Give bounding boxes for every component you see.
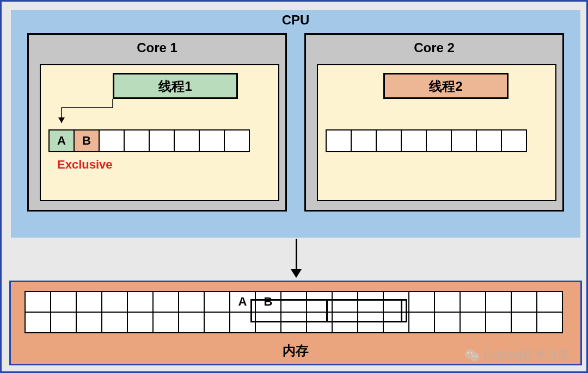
memory-cell xyxy=(178,291,205,313)
memory-row-2 xyxy=(24,313,563,333)
core-2-inner: 线程2 xyxy=(317,64,556,201)
svg-point-4 xyxy=(473,356,474,357)
memory-cell xyxy=(511,291,537,313)
svg-point-2 xyxy=(468,352,469,354)
memory-cell xyxy=(383,291,409,313)
memory-cell xyxy=(229,312,256,333)
memory-cell xyxy=(460,312,486,333)
core-1-cache-row: A B xyxy=(48,129,250,152)
cache-cell xyxy=(99,129,125,152)
cache-cell-a: A xyxy=(48,129,75,152)
memory-cell xyxy=(152,312,179,333)
core-2-title: Core 2 xyxy=(306,40,562,55)
memory-cell xyxy=(306,291,333,313)
cache-cell xyxy=(401,129,427,152)
memory-cell xyxy=(511,312,537,333)
cores-container: Core 1 线程1 A B xyxy=(11,28,580,222)
cache-cell xyxy=(174,129,200,152)
cache-cell xyxy=(351,129,377,152)
memory-cell xyxy=(50,312,77,333)
core-2: Core 2 线程2 xyxy=(304,33,564,212)
memory-cell xyxy=(332,312,358,333)
memory-cell xyxy=(101,291,128,313)
memory-cell xyxy=(485,312,512,333)
diagram-root: CPU Core 1 线程1 A B xyxy=(0,0,588,373)
memory-cell xyxy=(434,291,461,313)
cache-cell xyxy=(501,129,527,152)
core-1-inner: 线程1 A B Exclusiv xyxy=(40,64,279,201)
cpu-to-memory-arrow-icon xyxy=(291,239,302,279)
memory-cell xyxy=(408,291,435,313)
memory-cell xyxy=(24,312,51,333)
memory-cell xyxy=(204,312,230,333)
svg-point-5 xyxy=(476,356,477,357)
thread-to-cache-arrow-icon xyxy=(56,86,117,130)
memory-grid: AB xyxy=(24,291,563,333)
memory-cell: B xyxy=(255,291,281,313)
svg-point-3 xyxy=(471,352,473,354)
memory-cell xyxy=(536,312,563,333)
memory-cell xyxy=(536,291,563,313)
thread-1-box: 线程1 xyxy=(113,73,238,99)
cache-status-label: Exclusive xyxy=(57,158,113,172)
memory-cell xyxy=(280,312,307,333)
cpu-title: CPU xyxy=(11,13,580,28)
memory-cell xyxy=(383,312,409,333)
memory-cell xyxy=(485,291,512,313)
core-2-cache-row xyxy=(326,129,527,152)
memory-cell xyxy=(50,291,77,313)
cache-cell xyxy=(476,129,502,152)
memory-cell xyxy=(255,312,281,333)
memory-cell xyxy=(280,291,307,313)
memory-cell xyxy=(76,291,102,313)
core-1-title: Core 1 xyxy=(29,40,285,55)
cpu-box: CPU Core 1 线程1 A B xyxy=(11,10,580,238)
cache-cell xyxy=(199,129,225,152)
memory-cell xyxy=(24,291,51,313)
memory-cell: A xyxy=(229,291,256,313)
cache-cell xyxy=(224,129,250,152)
cache-cell xyxy=(451,129,477,152)
cache-cell xyxy=(376,129,402,152)
wechat-icon xyxy=(464,348,480,362)
memory-cell xyxy=(408,312,435,333)
memory-cell xyxy=(152,291,179,313)
memory-cell xyxy=(332,291,358,313)
memory-cell xyxy=(357,291,384,313)
cache-cell-b: B xyxy=(74,129,100,152)
memory-row-1: AB xyxy=(24,291,563,313)
watermark: Golang技术分享 xyxy=(464,347,570,363)
cache-cell xyxy=(326,129,352,152)
memory-cell xyxy=(76,312,102,333)
core-1: Core 1 线程1 A B xyxy=(27,33,287,212)
cache-cell xyxy=(124,129,150,152)
cache-cell xyxy=(149,129,175,152)
watermark-text: Golang技术分享 xyxy=(483,347,570,363)
memory-cell xyxy=(127,291,154,313)
memory-cell xyxy=(357,312,384,333)
memory-cell xyxy=(460,291,486,313)
memory-cell xyxy=(101,312,128,333)
memory-cell xyxy=(178,312,205,333)
memory-cell xyxy=(306,312,333,333)
thread-2-box: 线程2 xyxy=(383,73,509,99)
memory-cell xyxy=(127,312,154,333)
memory-cell xyxy=(204,291,230,313)
memory-cell xyxy=(434,312,461,333)
cache-cell xyxy=(426,129,452,152)
